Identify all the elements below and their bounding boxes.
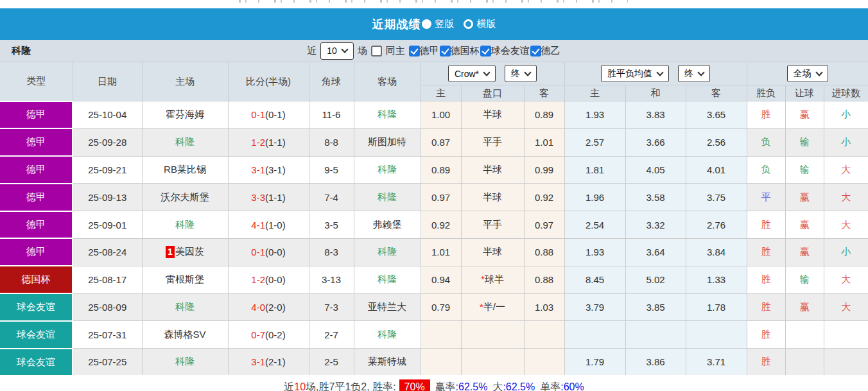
odds-away-cell: 3.84 <box>686 238 747 266</box>
ah-line-cell: *球半 <box>461 266 524 293</box>
date-cell: 25-09-28 <box>73 128 142 156</box>
sub-header-ah-away: 客 <box>524 85 564 101</box>
home-team-cell: 森博格SV <box>142 321 228 349</box>
result-cell: 负 <box>747 128 785 156</box>
ah-home-odds-cell: 0.87 <box>421 128 461 156</box>
half-score: (1-0) <box>265 220 286 230</box>
odds-away-cell <box>686 321 747 349</box>
league-filter-group: 德甲德国杯球会友谊德乙 <box>409 45 561 57</box>
league-checkbox-label[interactable]: 德国杯 <box>451 45 480 57</box>
odds-draw-cell: 3.64 <box>625 238 686 266</box>
away-team-cell: 科隆 <box>354 321 421 349</box>
handicap-result-cell: 输 <box>785 266 824 293</box>
final-score: 1-2 <box>251 274 265 285</box>
ah-away-odds-cell: 0.88 <box>524 266 564 293</box>
sub-header-odds-home: 主 <box>564 85 625 101</box>
home-team-cell: 科隆 <box>142 349 228 376</box>
handicap-result-cell: 赢 <box>785 238 824 266</box>
away-team-cell: 斯图加特 <box>354 128 421 156</box>
ah-home-odds-cell: 0.79 <box>421 293 461 321</box>
score-cell: 3-3(1-1) <box>228 184 309 211</box>
league-checkbox-label[interactable]: 球会友谊 <box>491 45 530 57</box>
horizontal-layout-label[interactable]: 横版 <box>477 18 496 30</box>
win-rate-badge: 70% <box>399 379 430 391</box>
table-row: 德甲25-09-13沃尔夫斯堡3-3(1-1)7-4科隆0.97半球0.921.… <box>0 184 868 211</box>
recent-count-select[interactable]: 10 <box>320 42 354 60</box>
ah-line-cell: 半球 <box>461 238 524 266</box>
ah-time-value: 终 <box>511 68 520 80</box>
sub-header-handicap: 让球 <box>785 85 824 101</box>
final-score: 0-1 <box>251 247 265 257</box>
goals-result-cell: 大 <box>824 293 868 321</box>
away-team-name: 斯图加特 <box>368 136 406 147</box>
table-body: 德甲25-10-04霍芬海姆0-1(0-1)11-6科隆1.00半球0.891.… <box>0 101 868 376</box>
date-cell: 25-07-25 <box>73 349 142 376</box>
ah-company-value: Crow* <box>455 69 479 79</box>
league-checkbox[interactable] <box>480 46 491 56</box>
date-cell: 25-08-24 <box>73 238 142 266</box>
scope-select[interactable]: 全场 <box>787 65 828 82</box>
ah-line-cell: 半球 <box>461 101 524 129</box>
league-checkbox[interactable] <box>530 46 541 56</box>
sub-header-result: 胜负 <box>747 85 785 101</box>
date-cell: 25-07-31 <box>73 321 142 349</box>
league-checkbox-label[interactable]: 德乙 <box>541 45 560 57</box>
horizontal-layout-radio[interactable] <box>464 19 473 29</box>
odds-type-select[interactable]: 胜平负均值 <box>601 65 669 82</box>
sub-header-ah-home: 主 <box>421 85 461 101</box>
handicap-result-cell: 输 <box>785 156 824 184</box>
vertical-layout-radio[interactable] <box>422 19 431 29</box>
home-team-name: 科隆 <box>175 136 195 147</box>
same-home-checkbox[interactable] <box>371 46 382 56</box>
ah-line-cell <box>461 321 524 349</box>
scope-value: 全场 <box>794 68 812 80</box>
handicap-result-cell <box>785 321 824 349</box>
table-row: 德甲25-09-28科隆1-2(1-1)8-8斯图加特0.87平手1.012.5… <box>0 128 868 156</box>
league-type-cell: 德甲 <box>0 211 73 239</box>
clipped-text-fragments <box>239 0 628 3</box>
ah-away-odds-cell <box>524 321 564 349</box>
summary-recent-label: 近 <box>284 381 294 391</box>
ah-time-select[interactable]: 终 <box>505 65 537 82</box>
home-team-name: 科隆 <box>175 219 195 230</box>
odds-away-cell: 3.65 <box>686 101 747 129</box>
col-header-date: 日期 <box>73 62 142 101</box>
odds-draw-cell: 3.58 <box>625 184 686 211</box>
ah-selects-group: Crow* 终 <box>421 62 564 85</box>
chevron-down-icon <box>815 69 822 76</box>
away-team-cell: 科隆 <box>354 266 421 293</box>
result-cell: 平 <box>747 184 785 211</box>
goals-result-cell <box>824 349 868 376</box>
odds-home-cell: 2.54 <box>564 211 625 239</box>
league-checkbox[interactable] <box>440 46 451 56</box>
home-team-cell: 科隆 <box>142 293 228 321</box>
goals-result-cell: 大 <box>824 184 868 211</box>
ah-home-odds-cell: 0.92 <box>421 211 461 239</box>
ah-home-odds-cell: 0.89 <box>421 156 461 184</box>
half-score: (2-0) <box>265 302 286 313</box>
check-icon <box>410 46 418 55</box>
result-cell: 胜 <box>747 266 785 293</box>
summary-recent-count: 10 <box>294 381 306 391</box>
odds-away-cell: 1.78 <box>686 293 747 321</box>
vertical-layout-label[interactable]: 竖版 <box>435 18 455 30</box>
result-cell: 胜 <box>747 238 785 266</box>
final-score: 4-0 <box>251 302 265 313</box>
league-checkbox-label[interactable]: 德甲 <box>420 45 439 57</box>
ah-away-odds-cell: 0.88 <box>524 238 564 266</box>
ah-company-select[interactable]: Crow* <box>448 65 496 82</box>
result-cell: 胜 <box>747 293 785 321</box>
league-checkbox[interactable] <box>409 46 420 56</box>
away-team-name: 弗赖堡 <box>373 219 402 230</box>
half-score: (0-1) <box>265 109 286 120</box>
handicap-rate-value: :62.5% <box>456 381 488 391</box>
results-table: 类型 日期 主场 比分(半场) 角球 客场 Crow* 终 <box>0 62 868 375</box>
same-home-label[interactable]: 同主 <box>386 45 405 57</box>
final-score: 0-7 <box>251 329 265 340</box>
ah-line-text: 半球 <box>483 246 502 257</box>
odds-home-cell: 1.93 <box>564 101 625 129</box>
chevron-down-icon <box>341 46 348 53</box>
handicap-result-cell: 赢 <box>785 184 824 211</box>
odds-time-select[interactable]: 终 <box>678 65 710 82</box>
away-team-cell: 科隆 <box>354 101 421 129</box>
